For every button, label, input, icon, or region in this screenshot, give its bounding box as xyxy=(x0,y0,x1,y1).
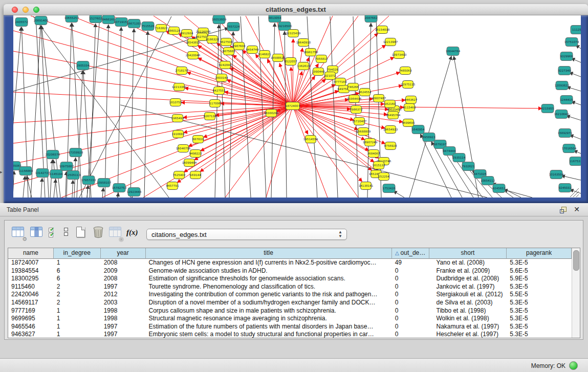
table-cell[interactable]: 2008 xyxy=(101,275,146,283)
row-height-icon[interactable] xyxy=(64,228,77,241)
table-cell[interactable]: Corpus callosum shape and size in male p… xyxy=(146,307,392,315)
table-row[interactable]: 977716911998Corpus callosum shape and si… xyxy=(8,307,572,315)
memory-ok-indicator[interactable] xyxy=(569,361,578,370)
table-cell[interactable]: 9463627 xyxy=(8,331,54,338)
table-row[interactable]: 946554611997Estimation of the future num… xyxy=(8,323,572,331)
table-cell[interactable]: Hescheler et al. (1997) xyxy=(429,331,507,338)
scrollbar-thumb[interactable] xyxy=(573,250,579,271)
table-cell[interactable]: 5.9E-5 xyxy=(507,275,572,283)
table-cell[interactable]: 5.5E-5 xyxy=(507,291,572,299)
table-row[interactable]: 2242004622012Investigating the contribut… xyxy=(8,291,572,299)
table-cell[interactable]: 5.3E-5 xyxy=(507,259,572,267)
table-cell[interactable]: 1 xyxy=(54,331,101,338)
table-cell[interactable]: 2003 xyxy=(101,299,146,307)
table-cell[interactable]: 5.3E-5 xyxy=(507,283,572,291)
table-cell[interactable]: 2 xyxy=(54,299,101,307)
table-row[interactable]: 946362711997Embryonic stem cells: a mode… xyxy=(8,331,572,338)
table-cell[interactable]: 5.3E-5 xyxy=(507,323,572,331)
table-row[interactable]: 1872400712008Changes of HCN gene express… xyxy=(8,259,572,267)
table-cell[interactable]: 0 xyxy=(392,275,429,283)
table-cell[interactable]: 5.6E-5 xyxy=(507,267,572,275)
table-cell[interactable]: Estimation of the future numbers of pati… xyxy=(146,323,392,331)
table-row[interactable]: 911546021997Tourette syndrome. Phenomeno… xyxy=(8,283,572,291)
table-cell[interactable]: 5.3E-5 xyxy=(507,307,572,315)
table-cell[interactable]: Tibbo et al. (1998) xyxy=(429,307,507,315)
table-cell[interactable]: 0 xyxy=(392,291,429,299)
new-table-icon[interactable] xyxy=(76,227,90,240)
table-cell[interactable]: 1998 xyxy=(101,315,146,323)
table-cell[interactable]: 0 xyxy=(392,315,429,323)
table-cell[interactable]: 9699695 xyxy=(8,315,54,323)
table-cell[interactable]: 1997 xyxy=(101,323,146,331)
collapse-panel-arrow-icon[interactable]: ▸ xyxy=(0,169,3,174)
table-cell[interactable]: Dudbridge et al. (2008) xyxy=(429,275,507,283)
table-cell[interactable]: Disruption of a novel member of a sodium… xyxy=(146,299,392,307)
table-row[interactable]: 1938455462009Genome-wide association stu… xyxy=(8,267,572,275)
table-cell[interactable]: 0 xyxy=(392,331,429,338)
citation-graph[interactable]: 2405572208914061065525715276028466160107… xyxy=(13,15,581,198)
table-cell[interactable]: Changes of HCN gene expression and I(f) … xyxy=(146,259,392,267)
table-cell[interactable]: 1997 xyxy=(101,283,146,291)
table-cell[interactable]: 6 xyxy=(54,275,101,283)
column-header-name[interactable]: name xyxy=(8,248,54,259)
table-cell[interactable]: Investigating the contribution of common… xyxy=(146,291,392,299)
table-cell[interactable]: 1 xyxy=(54,259,101,267)
table-cell[interactable]: 9115460 xyxy=(8,283,54,291)
table-cell[interactable]: Nakamura et al. (1997) xyxy=(429,323,507,331)
column-header-short[interactable]: short xyxy=(429,248,507,259)
table-row[interactable]: 969969511998Structural magnetic resonanc… xyxy=(8,315,572,323)
table-cell[interactable]: 2012 xyxy=(101,291,146,299)
delete-rows-trash-icon[interactable] xyxy=(93,226,106,239)
select-columns-icon[interactable] xyxy=(30,227,43,240)
table-cell[interactable]: 0 xyxy=(392,283,429,291)
table-cell[interactable]: 2009 xyxy=(101,267,146,275)
table-cell[interactable]: Stergiakouli et al. (2012) xyxy=(429,291,507,299)
table-cell[interactable]: 9777169 xyxy=(8,307,54,315)
table-cell[interactable]: 9465546 xyxy=(8,323,54,331)
table-selector-dropdown[interactable]: citations_edges.txt ▲▼ xyxy=(146,229,347,240)
float-panel-icon[interactable] xyxy=(560,207,567,213)
table-cell[interactable]: Tourette syndrome. Phenomenology and cla… xyxy=(146,283,392,291)
table-row[interactable]: 1830029562008Estimation of significance … xyxy=(8,275,572,283)
table-cell[interactable]: Structural magnetic resonance image aver… xyxy=(146,315,392,323)
table-cell[interactable]: 0 xyxy=(392,323,429,331)
table-cell[interactable]: 1997 xyxy=(101,331,146,338)
table-row[interactable]: 1456911722003Disruption of a novel membe… xyxy=(8,299,572,307)
table-cell[interactable]: 1 xyxy=(54,315,101,323)
table-cell[interactable]: de Silva et al. (2003) xyxy=(429,299,507,307)
table-cell[interactable]: Estimation of significance thresholds fo… xyxy=(146,275,392,283)
table-settings-icon[interactable]: ⚙ xyxy=(12,227,25,240)
table-cell[interactable]: Yano et al. (2008) xyxy=(429,259,507,267)
table-cell[interactable]: Jankovic et al. (1997) xyxy=(429,283,507,291)
close-panel-icon[interactable]: ✕ xyxy=(574,205,580,213)
network-canvas[interactable]: 2405572208914061065525715276028466160107… xyxy=(13,15,581,198)
column-header-title[interactable]: title xyxy=(146,248,392,259)
table-cell[interactable]: 18300295 xyxy=(8,275,54,283)
table-cell[interactable]: 0 xyxy=(392,267,429,275)
table-cell[interactable]: 22420046 xyxy=(8,291,54,299)
column-header-out_de[interactable]: △out_de… xyxy=(392,248,429,259)
table-cell[interactable]: 49 xyxy=(392,259,429,267)
network-window-titlebar[interactable]: citations_edges.txt xyxy=(4,4,588,15)
table-cell[interactable]: 2008 xyxy=(101,259,146,267)
table-cell[interactable]: 0 xyxy=(392,307,429,315)
column-header-pagerank[interactable]: pagerank xyxy=(507,248,572,259)
table-cell[interactable]: Wolkin et al. (1998) xyxy=(429,315,507,323)
select-rows-icon[interactable]: ✔✔ xyxy=(49,227,62,240)
table-cell[interactable]: 2 xyxy=(54,291,101,299)
column-header-in_degree[interactable]: in_degree xyxy=(54,248,101,259)
table-cell[interactable]: 5.3E-5 xyxy=(507,299,572,307)
table-cell[interactable]: 6 xyxy=(54,267,101,275)
table-cell[interactable]: 2 xyxy=(54,283,101,291)
column-header-year[interactable]: year xyxy=(101,248,146,259)
table-cell[interactable]: 19384554 xyxy=(8,267,54,275)
table-cell[interactable]: 1 xyxy=(54,323,101,331)
function-builder-icon[interactable]: f(x) xyxy=(126,228,140,242)
table-cell[interactable]: 18724007 xyxy=(8,259,54,267)
table-cell[interactable]: 14569117 xyxy=(8,299,54,307)
table-cell[interactable]: Franke et al. (2009) xyxy=(429,267,507,275)
table-cell[interactable]: 1 xyxy=(54,307,101,315)
table-cell[interactable]: 1998 xyxy=(101,307,146,315)
table-vertical-scrollbar[interactable] xyxy=(572,248,580,338)
table-cell[interactable]: 5.3E-5 xyxy=(507,331,572,338)
